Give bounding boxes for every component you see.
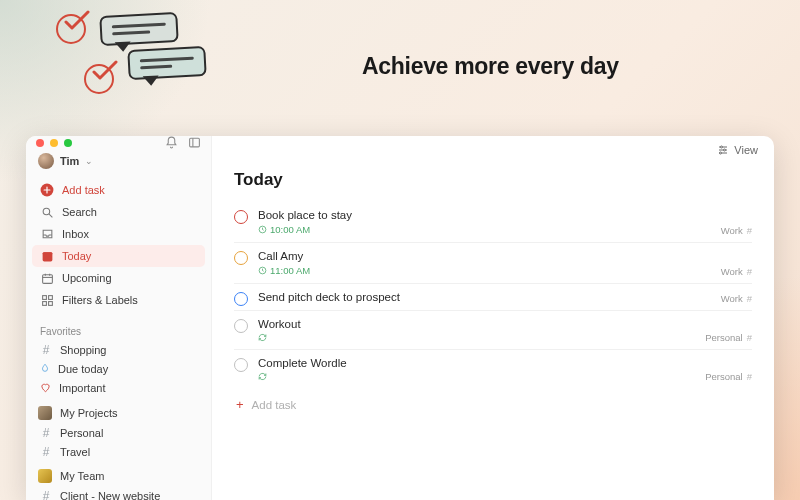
toggle-sidebar-icon[interactable] <box>188 136 201 149</box>
hash-icon: # <box>40 446 52 458</box>
recurring-icon <box>258 372 267 381</box>
nav-filters[interactable]: Filters & Labels <box>32 289 205 311</box>
task-meta <box>258 333 752 342</box>
project-label: Personal <box>60 427 103 439</box>
app-window: Tim ⌄ Add task Search <box>26 136 774 500</box>
user-menu[interactable]: Tim ⌄ <box>26 149 211 175</box>
hash-icon: # <box>40 490 52 501</box>
task-checkbox[interactable] <box>234 319 248 333</box>
task-project-label[interactable]: Personal# <box>705 332 752 343</box>
window-close-button[interactable] <box>36 139 44 147</box>
projects-section-title: My Projects <box>60 407 117 419</box>
view-button[interactable]: View <box>717 144 758 156</box>
main-panel: View Today Book place to stay10:00 AMWor… <box>212 136 774 500</box>
project-item[interactable]: # Personal <box>26 423 211 442</box>
favorite-label: Important <box>59 382 105 394</box>
team-section[interactable]: My Team <box>26 461 211 486</box>
task-checkbox[interactable] <box>234 292 248 306</box>
task-row[interactable]: Call Amy11:00 AMWork# <box>234 243 752 284</box>
search-icon <box>40 205 54 219</box>
nav-inbox[interactable]: Inbox <box>32 223 205 245</box>
task-meta: 10:00 AM <box>258 224 752 235</box>
nav-label: Today <box>62 250 91 262</box>
add-task-button[interactable]: Add task <box>32 179 205 201</box>
team-section-title: My Team <box>60 470 104 482</box>
projects-section[interactable]: My Projects <box>26 398 211 423</box>
hash-icon: # <box>747 266 752 277</box>
calendar-today-icon <box>40 249 54 263</box>
user-name: Tim <box>60 155 79 167</box>
svg-line-4 <box>49 214 52 217</box>
svg-point-21 <box>720 152 722 154</box>
task-meta <box>258 372 752 381</box>
nav-today[interactable]: Today <box>32 245 205 267</box>
hash-icon: # <box>40 344 52 356</box>
avatar <box>38 153 54 169</box>
task-row[interactable]: Send pitch deck to prospectWork# <box>234 284 752 311</box>
task-title: Book place to stay <box>258 209 752 221</box>
hash-icon: # <box>747 371 752 382</box>
add-task-inline[interactable]: + Add task <box>234 388 752 411</box>
task-checkbox[interactable] <box>234 210 248 224</box>
team-label: Client - New website <box>60 490 160 501</box>
task-row[interactable]: Complete WordlePersonal# <box>234 350 752 388</box>
project-item[interactable]: # Travel <box>26 442 211 461</box>
clock-icon <box>258 266 267 275</box>
inbox-icon <box>40 227 54 241</box>
task-title: Call Amy <box>258 250 752 262</box>
chevron-down-icon: ⌄ <box>85 156 93 166</box>
hash-icon: # <box>40 427 52 439</box>
sidebar: Tim ⌄ Add task Search <box>26 136 212 500</box>
nav-label: Search <box>62 206 97 218</box>
view-label: View <box>734 144 758 156</box>
plus-circle-icon <box>40 183 54 197</box>
window-zoom-button[interactable] <box>64 139 72 147</box>
calendar-icon <box>40 271 54 285</box>
nav-label: Inbox <box>62 228 89 240</box>
favorite-item[interactable]: Due today <box>26 359 211 378</box>
task-title: Send pitch deck to prospect <box>258 291 752 303</box>
team-item[interactable]: # Client - New website <box>26 486 211 500</box>
project-label: Travel <box>60 446 90 458</box>
nav-upcoming[interactable]: Upcoming <box>32 267 205 289</box>
task-project-label[interactable]: Work# <box>721 293 752 304</box>
task-project-label[interactable]: Work# <box>721 266 752 277</box>
svg-rect-0 <box>190 138 200 147</box>
favorite-label: Shopping <box>60 344 107 356</box>
nav-search[interactable]: Search <box>32 201 205 223</box>
task-checkbox[interactable] <box>234 358 248 372</box>
window-titlebar <box>26 136 211 149</box>
hash-icon: # <box>747 293 752 304</box>
task-project-label[interactable]: Work# <box>721 225 752 236</box>
page-title: Today <box>234 170 752 190</box>
svg-point-20 <box>724 149 726 151</box>
notifications-icon[interactable] <box>165 136 178 149</box>
add-task-label: Add task <box>252 399 297 411</box>
task-title: Complete Wordle <box>258 357 752 369</box>
task-checkbox[interactable] <box>234 251 248 265</box>
task-meta: 11:00 AM <box>258 265 752 276</box>
plus-icon: + <box>236 398 244 411</box>
favorite-item[interactable]: Important <box>26 378 211 398</box>
primary-nav: Add task Search Inbox <box>26 175 211 317</box>
svg-rect-8 <box>42 274 52 283</box>
task-list: Book place to stay10:00 AMWork#Call Amy1… <box>234 202 752 388</box>
svg-rect-13 <box>48 295 52 299</box>
task-title: Workout <box>258 318 752 330</box>
favorite-item[interactable]: # Shopping <box>26 340 211 359</box>
window-minimize-button[interactable] <box>50 139 58 147</box>
favorites-section-title: Favorites <box>26 317 211 340</box>
add-task-label: Add task <box>62 184 105 196</box>
favorite-label: Due today <box>58 363 108 375</box>
svg-rect-14 <box>42 301 46 305</box>
nav-label: Upcoming <box>62 272 112 284</box>
sliders-icon <box>717 144 729 156</box>
heart-icon <box>40 382 51 395</box>
task-row[interactable]: WorkoutPersonal# <box>234 311 752 350</box>
clock-icon <box>258 225 267 234</box>
hero-headline: Achieve more every day <box>362 53 619 80</box>
task-row[interactable]: Book place to stay10:00 AMWork# <box>234 202 752 243</box>
recurring-icon <box>258 333 267 342</box>
grid-icon <box>40 293 54 307</box>
task-project-label[interactable]: Personal# <box>705 371 752 382</box>
